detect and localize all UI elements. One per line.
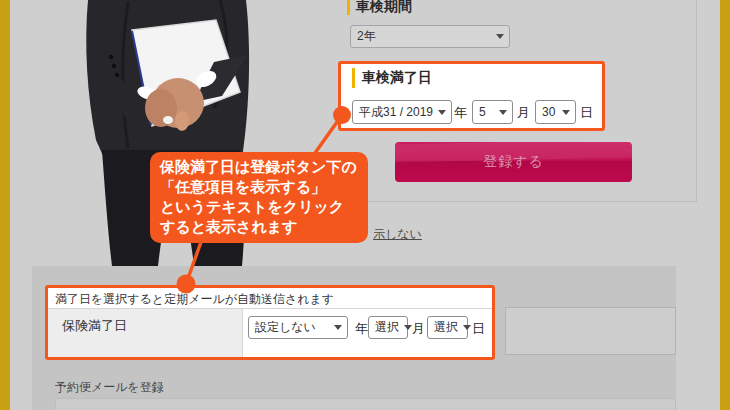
row-label-cell: 保険満了日 (48, 309, 243, 357)
inspection-period-value: 2年 (357, 28, 376, 45)
heading-accent-bar (347, 0, 350, 15)
dimmed-row-remainder (505, 307, 676, 355)
insurance-expiry-row: 保険満了日 設定しない 年 選択 月 選択 日 (48, 308, 492, 357)
callout-text-line: 保険満了日は登録ボタン下の (160, 157, 358, 177)
reservation-mail-input[interactable] (55, 398, 676, 410)
heading-accent-bar (352, 68, 355, 88)
auto-mail-note: 満了日を選択すると定期メールが自動送信されます (55, 291, 334, 308)
insurance-month-value: 選択 (375, 319, 399, 336)
day-unit-label: 日 (472, 320, 485, 338)
day-unit-label: 日 (580, 104, 593, 122)
tutorial-screenshot: 車検期間 2年 車検満了日 平成31 / 2019 年 5 月 30 日 登録す… (0, 0, 730, 410)
callout-text-line: すると表示されます (160, 217, 358, 237)
insurance-expiry-label: 保険満了日 (62, 317, 127, 335)
insurance-day-select[interactable]: 選択 (427, 316, 468, 339)
dropdown-arrow-icon (499, 110, 507, 115)
inspection-period-select[interactable]: 2年 (350, 25, 510, 48)
insurance-setting-select[interactable]: 設定しない (248, 316, 348, 339)
gold-frame-right (720, 0, 730, 410)
month-value: 5 (479, 105, 486, 119)
optional-items-link[interactable]: 示しない (373, 226, 422, 243)
reservation-mail-heading: 予約便メールを登録 (55, 379, 164, 396)
inspection-expiry-highlight-box: 車検満了日 平成31 / 2019 年 5 月 30 日 (338, 61, 605, 131)
insurance-expiry-highlight-box: 満了日を選択すると定期メールが自動送信されます 保険満了日 設定しない 年 選択… (45, 285, 495, 360)
register-button-label: 登録する (483, 153, 544, 171)
dropdown-arrow-icon (334, 325, 342, 330)
insurance-month-select[interactable]: 選択 (368, 316, 408, 339)
register-button[interactable]: 登録する (395, 142, 632, 182)
dropdown-arrow-icon (463, 325, 471, 330)
month-unit-label: 月 (517, 104, 530, 122)
era-year-value: 平成31 / 2019 (359, 104, 433, 121)
era-year-select[interactable]: 平成31 / 2019 (352, 100, 452, 124)
insurance-day-value: 選択 (434, 319, 458, 336)
dropdown-arrow-icon (496, 34, 504, 39)
year-unit-label: 年 (454, 104, 467, 122)
dropdown-arrow-icon (562, 110, 570, 115)
month-unit-label: 月 (412, 320, 425, 338)
gold-frame-left (0, 0, 10, 410)
callout-text-line: というテキストをクリック (160, 197, 358, 217)
callout-bubble: 保険満了日は登録ボタン下の 「任意項目を表示する」 というテキストをクリック す… (150, 152, 368, 243)
dropdown-arrow-icon (404, 325, 412, 330)
year-unit-label: 年 (355, 320, 368, 338)
inspection-expiry-heading: 車検満了日 (362, 69, 432, 87)
month-select[interactable]: 5 (472, 100, 513, 124)
day-value: 30 (542, 105, 555, 119)
insurance-setting-value: 設定しない (255, 319, 316, 336)
inspection-period-heading: 車検期間 (356, 0, 412, 16)
dropdown-arrow-icon (438, 110, 446, 115)
callout-text-line: 「任意項目を表示する」 (160, 177, 358, 197)
day-select[interactable]: 30 (535, 100, 576, 124)
